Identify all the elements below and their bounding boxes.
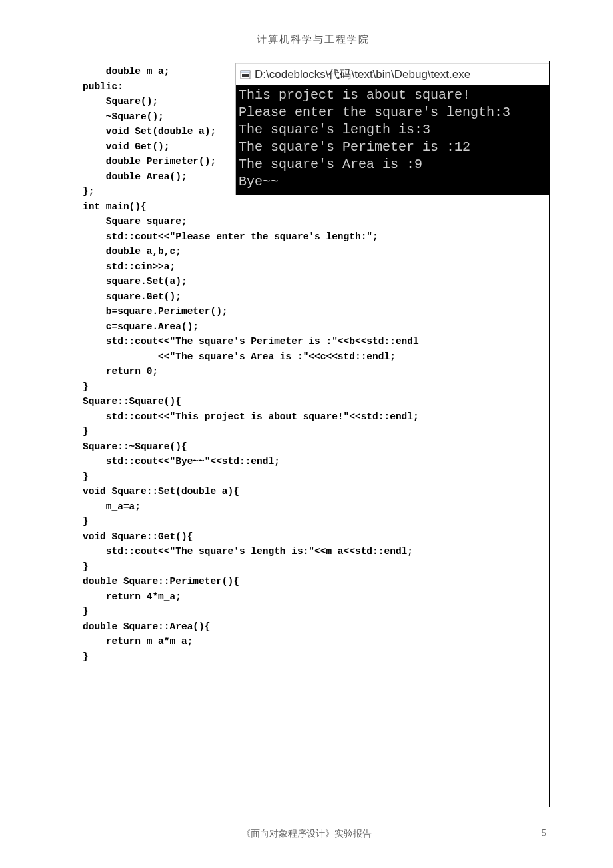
content-frame: double m_a; public: Square(); ~Square();… [77,61,550,807]
page-footer: 《面向对象程序设计》实验报告 5 [0,828,613,840]
console-window: D:\codeblocks\代码\text\bin\Debug\text.exe… [235,63,549,195]
console-title-text: D:\codeblocks\代码\text\bin\Debug\text.exe [255,67,470,82]
document-page: 计算机科学与工程学院 double m_a; public: Square();… [0,0,613,868]
header-text: 计算机科学与工程学院 [257,34,370,45]
console-output: This project is about square! Please ent… [236,85,549,195]
footer-text: 《面向对象程序设计》实验报告 [241,829,372,839]
console-exe-icon [240,69,251,80]
svg-rect-1 [241,71,250,73]
console-titlebar: D:\codeblocks\代码\text\bin\Debug\text.exe [236,63,549,85]
page-header: 计算机科学与工程学院 [77,33,550,46]
svg-rect-2 [242,74,249,77]
page-number: 5 [542,828,546,839]
